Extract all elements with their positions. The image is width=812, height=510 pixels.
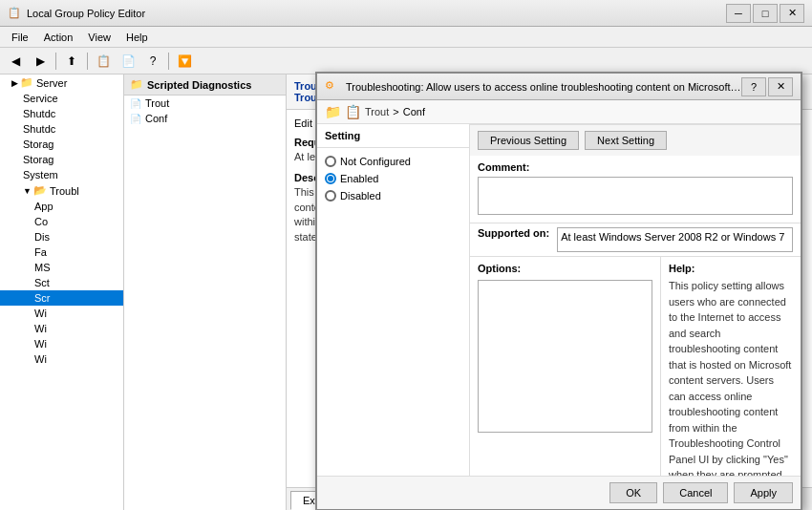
arrow-troubl: ▼: [23, 186, 32, 196]
radio-circle-enabled: [325, 173, 336, 184]
policy-edit-label: Edit: [294, 117, 312, 129]
toolbar-separator-1: [55, 53, 56, 70]
back-button[interactable]: ◀: [4, 51, 27, 72]
tree-item-scr[interactable]: Scr: [0, 290, 123, 306]
dialog-nav: Previous Setting Next Setting: [470, 124, 801, 156]
radio-not-configured[interactable]: Not Configured: [325, 156, 461, 167]
breadcrumb-sep: >: [393, 106, 398, 117]
tree-item-wi2[interactable]: Wi: [0, 321, 123, 336]
folder-troubl-icon: 📂: [33, 184, 47, 197]
dialog-left-panel: Setting Not Configured Enabled Disabled: [317, 124, 470, 476]
list-item-trout[interactable]: 📄 Trout: [124, 96, 286, 111]
minimize-button[interactable]: ─: [726, 4, 751, 23]
tree-item-app[interactable]: App: [0, 199, 123, 214]
tree-item-troubl[interactable]: ▼ 📂 Troubl: [0, 182, 123, 199]
options-section: Options:: [470, 257, 661, 476]
previous-setting-button[interactable]: Previous Setting: [478, 131, 579, 150]
comment-textarea[interactable]: [478, 177, 793, 215]
options-label: Options:: [478, 263, 652, 274]
options-help-row: Options: Help: This policy setting allow…: [470, 257, 801, 476]
cancel-button[interactable]: Cancel: [663, 482, 728, 503]
tree-item-service[interactable]: Service: [0, 91, 123, 106]
tree-item-co[interactable]: Co: [0, 214, 123, 229]
tree-item-server[interactable]: ▶ 📁 Server: [0, 74, 123, 91]
list-header-label: Scripted Diagnostics: [147, 79, 251, 91]
up-button[interactable]: ⬆: [60, 51, 83, 72]
tree-item-sct[interactable]: Sct: [0, 275, 123, 290]
dialog-right-panel: Previous Setting Next Setting Comment: S…: [470, 124, 801, 476]
ok-button[interactable]: OK: [609, 482, 657, 503]
next-setting-button[interactable]: Next Setting: [585, 131, 667, 150]
help-section: Help: This policy setting allows users w…: [661, 257, 801, 476]
radio-enabled[interactable]: Enabled: [325, 173, 461, 184]
tree-item-ms[interactable]: MS: [0, 260, 123, 275]
tree-item-dis[interactable]: Dis: [0, 229, 123, 244]
show-hide-button[interactable]: 📋: [92, 51, 115, 72]
tree-item-storag2[interactable]: Storag: [0, 152, 123, 167]
menu-view[interactable]: View: [80, 30, 118, 45]
help-label: Help:: [669, 263, 793, 274]
dialog-bottom: OK Cancel Apply: [317, 476, 801, 509]
dialog-setting-label: Setting: [317, 124, 469, 148]
options-box: [478, 280, 652, 433]
radio-disabled[interactable]: Disabled: [325, 190, 461, 202]
tree-item-storag1[interactable]: Storag: [0, 137, 123, 152]
tree-item-system[interactable]: System: [0, 167, 123, 182]
radio-group: Not Configured Enabled Disabled: [317, 148, 469, 215]
menu-bar: File Action View Help: [0, 27, 812, 48]
tree-item-fa[interactable]: Fa: [0, 244, 123, 260]
list-item-conf[interactable]: 📄 Conf: [124, 111, 286, 126]
radio-label-not-configured: Not Configured: [340, 156, 411, 167]
help-button[interactable]: ?: [141, 51, 164, 72]
doc-conf-icon: 📄: [130, 114, 141, 124]
dialog-content: Setting Not Configured Enabled Disabled: [317, 124, 801, 476]
tree-item-shutdc2[interactable]: Shutdc: [0, 121, 123, 137]
tree-item-wi4[interactable]: Wi: [0, 351, 123, 367]
app-title-bar: 📋 Local Group Policy Editor ─ □ ✕: [0, 0, 812, 27]
dialog-title-text: Troubleshooting: Allow users to access o…: [346, 81, 741, 93]
folder-server-icon: 📁: [20, 76, 33, 89]
arrow-server: ▶: [11, 78, 18, 88]
supported-section: Supported on: At least Windows Server 20…: [470, 223, 801, 257]
tree-item-wi1[interactable]: Wi: [0, 306, 123, 321]
radio-circle-not-configured: [325, 156, 336, 167]
toolbar-separator-2: [87, 53, 88, 70]
dialog-breadcrumb: 📁 📋 Trout > Conf: [317, 100, 801, 124]
breadcrumb-icon: 📁: [325, 104, 341, 119]
folder-header-icon: 📁: [130, 78, 143, 91]
apply-button[interactable]: Apply: [734, 482, 793, 503]
dialog-close-button[interactable]: ✕: [768, 77, 793, 96]
dialog-controls: ? ✕: [741, 77, 793, 96]
dialog-title-icon: ⚙: [325, 79, 340, 95]
tree-panel: ▶ 📁 Server Service Shutdc Shutdc Storag …: [0, 74, 124, 510]
radio-label-enabled: Enabled: [340, 173, 378, 184]
list-panel: 📁 Scripted Diagnostics 📄 Trout 📄 Conf: [124, 74, 287, 510]
menu-file[interactable]: File: [4, 30, 36, 45]
settings-dialog: ⚙ Troubleshooting: Allow users to access…: [315, 72, 802, 510]
comment-section: Comment:: [470, 156, 801, 223]
properties-button[interactable]: 📄: [117, 51, 139, 72]
window-controls: ─ □ ✕: [726, 4, 804, 23]
tree-item-shutdc1[interactable]: Shutdc: [0, 106, 123, 121]
dialog-title-bar: ⚙ Troubleshooting: Allow users to access…: [317, 74, 801, 100]
menu-action[interactable]: Action: [36, 30, 81, 45]
breadcrumb-conf: Conf: [403, 106, 425, 117]
help-text-1: This policy setting allows users who are…: [669, 278, 793, 476]
forward-button[interactable]: ▶: [29, 51, 52, 72]
radio-circle-disabled: [325, 190, 336, 202]
comment-label: Comment:: [478, 161, 793, 173]
breadcrumb-text: Trout: [365, 106, 389, 117]
list-header: 📁 Scripted Diagnostics: [124, 74, 286, 96]
toolbar-separator-3: [168, 53, 169, 70]
doc-trout-icon: 📄: [130, 98, 141, 109]
menu-help[interactable]: Help: [118, 30, 156, 45]
dialog-help-button[interactable]: ?: [741, 77, 766, 96]
close-button[interactable]: ✕: [780, 4, 804, 23]
filter-button[interactable]: 🔽: [173, 51, 196, 72]
radio-label-disabled: Disabled: [340, 190, 381, 202]
maximize-button[interactable]: □: [753, 4, 778, 23]
app-title: Local Group Policy Editor: [27, 8, 726, 19]
tree-item-wi3[interactable]: Wi: [0, 336, 123, 351]
supported-text: At least Windows Server 2008 R2 or Windo…: [557, 227, 793, 252]
breadcrumb-icon2: 📋: [345, 104, 361, 119]
